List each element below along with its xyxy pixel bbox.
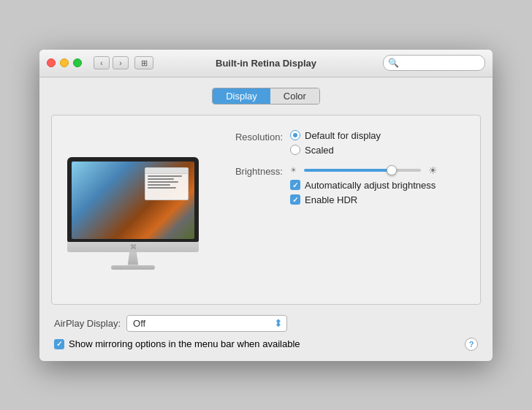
search-icon: 🔍 [388, 58, 399, 68]
screen-window-title [145, 168, 188, 174]
resolution-scaled-radio[interactable] [290, 145, 300, 155]
hdr-checkmark-icon: ✓ [292, 196, 298, 204]
brightness-max-icon: ☀ [428, 164, 438, 176]
brightness-slider-row: ☀ ☀ [290, 164, 438, 176]
imac-base [111, 265, 155, 270]
resolution-scaled-option[interactable]: Scaled [290, 145, 381, 156]
resolution-default-label: Default for display [305, 130, 381, 141]
screen-window-overlay [145, 167, 189, 200]
screen-bezel [67, 157, 199, 242]
brightness-controls: ☀ ☀ ✓ Automatically adjust brightness [290, 164, 438, 205]
airplay-select-wrapper: Off ⬍ [126, 315, 287, 332]
slider-thumb [387, 165, 397, 175]
screen-window-content [145, 174, 188, 191]
close-button[interactable] [47, 58, 56, 67]
mirroring-left: ✓ Show mirroring options in the menu bar… [54, 338, 300, 349]
auto-brightness-option[interactable]: ✓ Automatically adjust brightness [290, 180, 438, 191]
mirroring-label: Show mirroring options in the menu bar w… [69, 338, 300, 349]
system-preferences-window: ‹ › ⊞ Built-in Retina Display 🔍 ✕ Displa… [39, 50, 493, 361]
minimize-button[interactable] [60, 58, 69, 67]
tabs-bar: Display Color [51, 88, 481, 105]
resolution-default-radio[interactable] [290, 130, 300, 140]
airplay-label: AirPlay Display: [54, 318, 121, 329]
search-input[interactable] [401, 58, 493, 68]
bottom-area: AirPlay Display: Off ⬍ ✓ Show mirroring … [51, 315, 481, 351]
display-settings-area: ⌘ Resolution: Default [51, 115, 481, 305]
tab-group: Display Color [212, 88, 320, 105]
forward-button[interactable]: › [113, 56, 129, 69]
radio-selected-indicator [293, 133, 297, 137]
maximize-button[interactable] [73, 58, 82, 67]
airplay-row: AirPlay Display: Off ⬍ [54, 315, 478, 332]
auto-brightness-label: Automatically adjust brightness [305, 180, 436, 191]
brightness-slider[interactable] [304, 169, 421, 172]
brightness-label: Brightness: [217, 164, 283, 177]
mirroring-checkmark-icon: ✓ [56, 340, 62, 348]
checkmark-icon: ✓ [292, 181, 298, 189]
resolution-label: Resolution: [217, 130, 283, 143]
help-icon: ? [469, 340, 474, 349]
mirroring-checkbox[interactable]: ✓ [54, 339, 64, 349]
grid-icon: ⊞ [141, 58, 148, 68]
resolution-default-option[interactable]: Default for display [290, 130, 381, 141]
imac-stand [124, 252, 142, 265]
imac-chin: ⌘ [67, 242, 199, 252]
back-button[interactable]: ‹ [94, 56, 110, 69]
resolution-row: Resolution: Default for display Scaled [217, 130, 468, 156]
window-title: Built-in Retina Display [216, 58, 316, 69]
main-content: Display Color [39, 77, 493, 361]
imac-illustration: ⌘ [67, 157, 199, 270]
tab-display[interactable]: Display [213, 88, 270, 104]
hdr-label: Enable HDR [305, 194, 357, 205]
help-button[interactable]: ? [465, 338, 478, 351]
search-field[interactable]: 🔍 ✕ [383, 55, 485, 71]
nav-buttons: ‹ › [94, 56, 129, 69]
resolution-scaled-label: Scaled [305, 145, 334, 156]
screen-image [72, 162, 194, 239]
hdr-checkbox[interactable]: ✓ [290, 194, 300, 205]
back-arrow-icon: ‹ [100, 59, 102, 67]
auto-brightness-checkbox[interactable]: ✓ [290, 180, 300, 190]
hdr-option[interactable]: ✓ Enable HDR [290, 194, 438, 205]
apple-logo-icon: ⌘ [130, 243, 137, 251]
forward-arrow-icon: › [119, 59, 121, 67]
resolution-controls: Default for display Scaled [290, 130, 381, 156]
tab-color[interactable]: Color [270, 88, 319, 104]
settings-panel: Resolution: Default for display Scaled [217, 127, 468, 292]
grid-button[interactable]: ⊞ [134, 56, 153, 69]
brightness-row: Brightness: ☀ ☀ ✓ [217, 164, 468, 205]
airplay-select[interactable]: Off [126, 315, 287, 332]
monitor-preview: ⌘ [64, 127, 202, 292]
titlebar: ‹ › ⊞ Built-in Retina Display 🔍 ✕ [39, 50, 493, 77]
brightness-min-icon: ☀ [290, 166, 297, 174]
mirroring-row: ✓ Show mirroring options in the menu bar… [54, 338, 478, 351]
traffic-lights [47, 58, 82, 67]
